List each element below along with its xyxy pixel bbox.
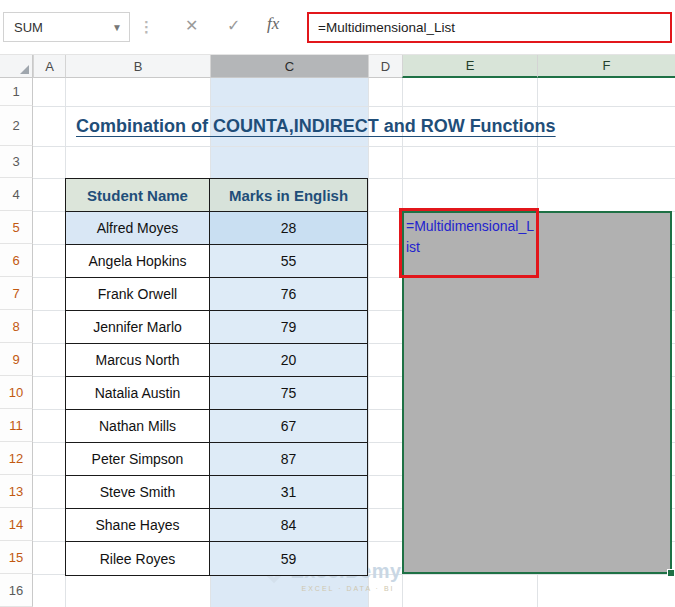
cell-student-name[interactable]: Angela Hopkins [66,245,210,278]
cell-marks[interactable]: 67 [210,410,367,443]
row-header-13[interactable]: 13 [0,475,33,508]
row-header-14[interactable]: 14 [0,508,33,541]
cell-marks[interactable]: 76 [210,278,367,311]
cell-student-name[interactable]: Nathan Mills [66,410,210,443]
cell-marks[interactable]: 59 [210,542,367,575]
row-header-11[interactable]: 11 [0,409,33,442]
table-header-marks[interactable]: Marks in English [210,179,367,212]
table-row: Peter Simpson87 [66,443,367,476]
row-header-8[interactable]: 8 [0,310,33,343]
enter-icon[interactable]: ✓ [227,16,240,35]
name-box[interactable]: SUM ▼ [3,12,130,42]
watermark-tagline: EXCEL · DATA · BI [244,585,424,592]
select-all-icon [20,65,29,74]
cell-marks[interactable]: 28 [210,212,367,245]
cell-marks[interactable]: 87 [210,443,367,476]
row-header-16[interactable]: 16 [0,574,33,607]
row-header-5[interactable]: 5 [0,211,33,244]
row-header-9[interactable]: 9 [0,343,33,376]
cell-student-name[interactable]: Rilee Royes [66,542,210,575]
table-row: Natalia Austin75 [66,377,367,410]
row-header-1[interactable]: 1 [0,78,33,106]
row-header-12[interactable]: 12 [0,442,33,475]
row-header-2[interactable]: 2 [0,106,33,146]
cell-marks[interactable]: 31 [210,476,367,509]
cell-student-name[interactable]: Jennifer Marlo [66,311,210,344]
table-row: Nathan Mills67 [66,410,367,443]
table-header-student-name[interactable]: Student Name [66,179,210,212]
cancel-icon[interactable]: ✕ [185,16,198,35]
name-box-value: SUM [14,20,43,35]
cell-student-name[interactable]: Shane Hayes [66,509,210,542]
table-row: Alfred Moyes28 [66,212,367,245]
column-header-d[interactable]: D [368,55,402,78]
red-highlight-cell-box [399,208,539,278]
formula-toolbar: SUM ▼ ⋮ ✕ ✓ fx =Multidimensional_List [0,0,675,55]
row-header-7[interactable]: 7 [0,277,33,310]
cell-marks[interactable]: 20 [210,344,367,377]
table-header-row: Student Name Marks in English [66,179,367,212]
cell-student-name[interactable]: Steve Smith [66,476,210,509]
separator-dots-icon: ⋮ [139,18,154,36]
cell-marks[interactable]: 79 [210,311,367,344]
cell-marks[interactable]: 75 [210,377,367,410]
row-header-15[interactable]: 15 [0,541,33,574]
insert-function-icon[interactable]: fx [267,14,279,34]
chevron-down-icon[interactable]: ▼ [112,22,122,33]
column-header-a[interactable]: A [33,55,65,78]
cell-student-name[interactable]: Marcus North [66,344,210,377]
row-header-10[interactable]: 10 [0,376,33,409]
table-row: Marcus North20 [66,344,367,377]
table-row: Frank Orwell76 [66,278,367,311]
table-row: Shane Hayes84 [66,509,367,542]
cell-student-name[interactable]: Alfred Moyes [66,212,210,245]
marks-table-body: Alfred Moyes28Angela Hopkins55Frank Orwe… [66,212,367,575]
sheet-title: Combination of COUNTA,INDIRECT and ROW F… [76,106,556,146]
table-row: Steve Smith31 [66,476,367,509]
table-row: Angela Hopkins55 [66,245,367,278]
gridline-horizontal [33,146,675,147]
fill-handle[interactable] [667,569,675,577]
column-header-f[interactable]: F [537,55,675,78]
column-header-b[interactable]: B [65,55,210,78]
cell-student-name[interactable]: Natalia Austin [66,377,210,410]
formula-text: =Multidimensional_List [318,20,455,35]
table-row: Rilee Royes59 [66,542,367,575]
row-header-6[interactable]: 6 [0,244,33,277]
table-row: Jennifer Marlo79 [66,311,367,344]
row-header-4[interactable]: 4 [0,178,33,211]
column-header-c[interactable]: C [210,55,368,78]
cell-student-name[interactable]: Peter Simpson [66,443,210,476]
select-all-corner[interactable] [0,55,33,78]
row-header-3[interactable]: 3 [0,146,33,178]
column-header-e[interactable]: E [402,55,537,78]
marks-table: Student Name Marks in English Alfred Moy… [65,178,368,576]
excel-window: SUM ▼ ⋮ ✕ ✓ fx =Multidimensional_List AB… [0,0,675,607]
cell-marks[interactable]: 55 [210,245,367,278]
formula-bar-input[interactable]: =Multidimensional_List [307,12,672,43]
cell-student-name[interactable]: Frank Orwell [66,278,210,311]
cell-marks[interactable]: 84 [210,509,367,542]
